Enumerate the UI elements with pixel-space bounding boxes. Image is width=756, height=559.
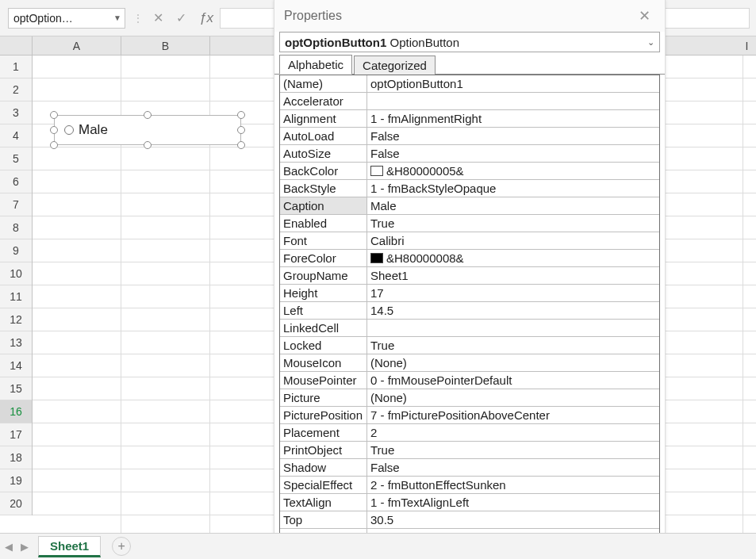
row-header[interactable]: 8 — [0, 216, 32, 239]
property-row[interactable]: Placement2 — [280, 424, 659, 442]
property-row[interactable]: FontCalibri — [280, 232, 659, 250]
row-header[interactable]: 11 — [0, 285, 32, 308]
property-value[interactable]: Calibri — [367, 232, 659, 249]
row-header[interactable]: 15 — [0, 377, 32, 400]
property-value[interactable]: &H80000008& — [367, 250, 659, 266]
property-row[interactable]: Accelerator — [280, 93, 659, 110]
chevron-down-icon[interactable]: ▼ — [110, 13, 125, 22]
property-value[interactable] — [367, 93, 659, 109]
resize-handle[interactable] — [237, 111, 245, 119]
row-header[interactable]: 17 — [0, 423, 32, 446]
property-value[interactable]: &H80000005& — [367, 163, 659, 179]
row-header[interactable]: 6 — [0, 170, 32, 193]
property-row[interactable]: Left14.5 — [280, 302, 659, 320]
property-value[interactable]: 17 — [367, 285, 659, 301]
property-row[interactable]: Alignment1 - fmAlignmentRight — [280, 110, 659, 128]
property-row[interactable]: PicturePosition7 - fmPicturePositionAbov… — [280, 407, 659, 424]
properties-titlebar[interactable]: Properties ✕ — [274, 0, 665, 32]
property-value[interactable]: 0 - fmMousePointerDefault — [367, 372, 659, 389]
resize-handle[interactable] — [237, 126, 245, 134]
property-row[interactable]: AutoSizeFalse — [280, 145, 659, 163]
property-value[interactable]: 1 - fmAlignmentRight — [367, 110, 659, 127]
property-row[interactable]: BackStyle1 - fmBackStyleOpaque — [280, 180, 659, 197]
row-header[interactable]: 16 — [0, 400, 32, 423]
nav-prev-icon[interactable]: ◀ — [5, 541, 13, 553]
resize-handle[interactable] — [50, 111, 58, 119]
property-value[interactable]: True — [367, 215, 659, 232]
property-value[interactable]: 2 - fmButtonEffectSunken — [367, 477, 659, 493]
column-header[interactable]: I — [703, 36, 756, 56]
property-row[interactable]: LockedTrue — [280, 337, 659, 354]
row-header[interactable]: 1 — [0, 56, 32, 78]
property-row[interactable]: GroupNameSheet1 — [280, 267, 659, 285]
close-icon[interactable]: ✕ — [634, 4, 655, 28]
property-row[interactable]: ShadowFalse — [280, 459, 659, 477]
property-value[interactable] — [367, 320, 659, 336]
tab-alphabetic[interactable]: Alphabetic — [279, 55, 352, 75]
property-value[interactable]: (None) — [367, 389, 659, 406]
row-header[interactable]: 14 — [0, 354, 32, 377]
row-header[interactable]: 18 — [0, 446, 32, 469]
row-header[interactable]: 3 — [0, 101, 32, 124]
property-value[interactable]: 1 - fmBackStyleOpaque — [367, 180, 659, 197]
property-row[interactable]: Top30.5 — [280, 511, 659, 529]
property-value[interactable]: 7 - fmPicturePositionAboveCenter — [367, 407, 659, 423]
property-value[interactable]: False — [367, 459, 659, 476]
row-header[interactable]: 9 — [0, 239, 32, 262]
resize-handle[interactable] — [144, 111, 152, 119]
row-header[interactable]: 7 — [0, 193, 32, 216]
property-row[interactable]: EnabledTrue — [280, 215, 659, 232]
property-row[interactable]: PrintObjectTrue — [280, 442, 659, 459]
property-row[interactable]: AutoLoadFalse — [280, 128, 659, 145]
row-header[interactable]: 13 — [0, 331, 32, 354]
row-header[interactable]: 19 — [0, 469, 32, 492]
property-row[interactable]: ForeColor&H80000008& — [280, 250, 659, 267]
property-row[interactable]: (Name)optOptionButton1 — [280, 75, 659, 93]
row-header[interactable]: 5 — [0, 147, 32, 170]
property-row[interactable]: MouseIcon(None) — [280, 354, 659, 372]
accept-formula-icon[interactable]: ✓ — [170, 10, 193, 25]
property-value[interactable]: 1 - fmTextAlignLeft — [367, 494, 659, 511]
object-selector[interactable]: optOptionButton1 OptionButton ⌄ — [279, 32, 660, 52]
property-value[interactable]: False — [367, 145, 659, 162]
property-value[interactable]: 14.5 — [367, 302, 659, 319]
column-header[interactable]: A — [33, 36, 121, 56]
chevron-down-icon[interactable]: ⌄ — [647, 37, 654, 48]
resize-handle[interactable] — [50, 126, 58, 134]
property-value[interactable]: False — [367, 128, 659, 144]
row-header[interactable]: 20 — [0, 492, 32, 515]
row-header[interactable]: 12 — [0, 308, 32, 331]
property-value[interactable]: True — [367, 442, 659, 458]
property-row[interactable]: TextAlign1 - fmTextAlignLeft — [280, 494, 659, 511]
select-all-corner[interactable] — [0, 36, 33, 56]
fx-icon[interactable]: ƒx — [193, 10, 220, 26]
column-header[interactable]: B — [121, 36, 210, 56]
property-value[interactable]: Sheet1 — [367, 267, 659, 284]
property-row[interactable]: MousePointer0 - fmMousePointerDefault — [280, 372, 659, 389]
resize-handle[interactable] — [144, 141, 152, 149]
property-row[interactable]: Picture(None) — [280, 389, 659, 407]
nav-next-icon[interactable]: ▶ — [21, 541, 29, 553]
row-header[interactable]: 4 — [0, 124, 32, 147]
resize-handle[interactable] — [237, 141, 245, 149]
plus-icon: + — [118, 540, 125, 553]
property-row[interactable]: LinkedCell — [280, 320, 659, 337]
property-value[interactable]: Male — [367, 197, 659, 214]
property-row[interactable]: Height17 — [280, 285, 659, 302]
row-header[interactable]: 10 — [0, 262, 32, 285]
property-row[interactable]: BackColor&H80000005& — [280, 163, 659, 180]
add-sheet-button[interactable]: + — [112, 537, 131, 556]
sheet-tab[interactable]: Sheet1 — [38, 536, 101, 557]
row-header[interactable]: 2 — [0, 78, 32, 101]
property-value[interactable]: 2 — [367, 424, 659, 441]
property-value[interactable]: optOptionButton1 — [367, 75, 659, 92]
cancel-formula-icon[interactable]: ✕ — [147, 10, 170, 25]
property-value[interactable]: (None) — [367, 354, 659, 371]
property-row[interactable]: SpecialEffect2 - fmButtonEffectSunken — [280, 477, 659, 494]
property-value[interactable]: 30.5 — [367, 511, 659, 528]
resize-handle[interactable] — [50, 141, 58, 149]
name-box[interactable]: optOption… ▼ — [8, 8, 125, 29]
property-row[interactable]: CaptionMale — [280, 197, 659, 215]
property-value[interactable]: True — [367, 337, 659, 354]
tab-categorized[interactable]: Categorized — [354, 56, 436, 75]
